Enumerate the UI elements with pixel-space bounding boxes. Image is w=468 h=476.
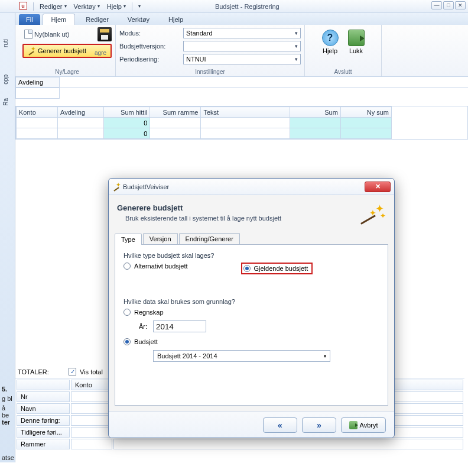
hjelp-button[interactable]: ? Hjelp bbox=[318, 28, 342, 56]
radio-icon bbox=[124, 263, 131, 270]
periodisering-label: Periodisering: bbox=[119, 56, 180, 63]
wizard-panel: Hvilke type budsjett skal lages? Alterna… bbox=[115, 245, 388, 406]
tab-hjem[interactable]: Hjem bbox=[43, 14, 76, 25]
minimize-button[interactable]: — bbox=[431, 1, 442, 9]
radio-budsjett[interactable]: Budsjett bbox=[124, 338, 379, 345]
row-rammer: Rammer bbox=[17, 439, 70, 449]
row-navn: Navn bbox=[17, 403, 70, 414]
ny-blank-button[interactable]: Ny(blank ut) bbox=[22, 29, 71, 40]
ribbon-group-avslutt: ? Hjelp Lukk Avslutt bbox=[305, 25, 382, 76]
col-sum[interactable]: Sum bbox=[290, 107, 340, 118]
lukk-button[interactable]: Lukk bbox=[344, 28, 368, 56]
budget-grid: Konto Avdeling Sum hittil Sum ramme Teks… bbox=[15, 106, 468, 140]
vis-total-checkbox[interactable]: ✓ bbox=[69, 368, 76, 375]
radio-alternativt[interactable]: Alternativt budsjett bbox=[124, 263, 188, 270]
row-tidligere: Tidligere føri... bbox=[17, 427, 70, 438]
file-tab[interactable]: Fil bbox=[19, 14, 40, 25]
col-konto[interactable]: Konto bbox=[17, 107, 58, 118]
wizard-heading: Generere budsjett bbox=[117, 203, 281, 212]
wand-icon bbox=[27, 47, 35, 55]
affordance-wand-icon: ✦✦✦ bbox=[356, 203, 386, 227]
tab-verktoy[interactable]: Verktøy bbox=[119, 14, 158, 25]
menu-verktoy[interactable]: Verktøy▾ bbox=[70, 2, 103, 11]
menu-overflow[interactable]: ▾ bbox=[135, 2, 144, 10]
periodisering-combo[interactable]: NTNUI▾ bbox=[183, 54, 301, 64]
radio-icon bbox=[124, 338, 131, 345]
help-icon: ? bbox=[322, 30, 339, 46]
maximize-button[interactable]: □ bbox=[443, 1, 454, 9]
col-tekst[interactable]: Tekst bbox=[201, 107, 290, 118]
col-sumramme[interactable]: Sum ramme bbox=[150, 107, 201, 118]
ribbon-tabstrip: Fil Hjem Rediger Verktøy Hjelp bbox=[0, 13, 468, 25]
modus-label: Modus: bbox=[119, 30, 180, 37]
lagre-suffix: agre bbox=[95, 50, 106, 56]
gutter-tab-1[interactable]: ruti bbox=[1, 37, 10, 50]
question-2: Hvilke data skal brukes som grunnlag? bbox=[124, 298, 379, 305]
col-sumhittil[interactable]: Sum hittil bbox=[104, 107, 150, 118]
top-menubar: u Rediger▾ Verktøy▾ Hjelp▾ ▾ Budsjett - … bbox=[0, 0, 468, 13]
radio-gjeldende-highlight: Gjeldende budsjett bbox=[241, 263, 313, 274]
gutter-tab-3[interactable]: Ra bbox=[1, 96, 10, 108]
table-row[interactable]: 0 bbox=[17, 118, 392, 128]
dialog-close-button[interactable]: ✕ bbox=[365, 182, 391, 192]
back-button[interactable]: « bbox=[263, 417, 297, 433]
left-margin-text: 5. g bl å be ter atse bbox=[0, 386, 14, 464]
exit-icon bbox=[349, 421, 358, 429]
aar-label: År: bbox=[139, 323, 147, 330]
tab-rediger[interactable]: Rediger bbox=[77, 14, 117, 25]
wizard-tabstrip: Type Versjon Endring/Generer bbox=[115, 233, 388, 245]
col-avdeling[interactable]: Avdeling bbox=[58, 107, 104, 118]
question-1: Hvilke type budsjett skal lages? bbox=[124, 252, 379, 259]
tab-hjelp[interactable]: Hjelp bbox=[160, 14, 191, 25]
wizard-footer: « » Avbryt bbox=[109, 412, 394, 438]
menu-hjelp[interactable]: Hjelp▾ bbox=[103, 2, 129, 11]
app-icon: u bbox=[19, 2, 27, 10]
window-title: Budsjett - Registrering bbox=[215, 3, 280, 10]
row-denne: Denne føring: bbox=[17, 415, 70, 426]
row-nr: Nr bbox=[17, 391, 70, 402]
document-icon bbox=[24, 30, 32, 39]
group-label-nylagre: Ny/Lagre bbox=[22, 67, 112, 75]
avbryt-button[interactable]: Avbryt bbox=[341, 417, 386, 433]
tab-versjon[interactable]: Versjon bbox=[143, 233, 178, 244]
budsjett-combo[interactable]: Budsjett 2014 - 2014▾ bbox=[153, 350, 330, 362]
wand-icon bbox=[112, 183, 121, 191]
totaler-label: TOTALER: bbox=[18, 368, 65, 375]
col-nysum[interactable]: Ny sum bbox=[340, 107, 391, 118]
table-row[interactable]: 0 bbox=[17, 128, 392, 139]
tab-endring[interactable]: Endring/Generer bbox=[179, 233, 240, 244]
group-label-innstillinger: Innstillinger bbox=[119, 67, 301, 75]
dialog-titlebar[interactable]: BudsjettVeiviser ✕ bbox=[109, 179, 394, 195]
radio-icon bbox=[124, 309, 131, 316]
versjon-combo[interactable]: ▾ bbox=[183, 41, 301, 51]
next-button[interactable]: » bbox=[302, 417, 336, 433]
vis-total-label: Vis total bbox=[80, 368, 103, 375]
modus-combo[interactable]: Standard▾ bbox=[183, 28, 301, 38]
ribbon-group-innstillinger: Modus: Standard▾ Budsjettversjon: ▾ Peri… bbox=[116, 25, 305, 76]
save-icon[interactable] bbox=[98, 27, 112, 41]
versjon-label: Budsjettversjon: bbox=[119, 43, 180, 50]
avdeling-input[interactable] bbox=[15, 88, 60, 99]
sum-col-konto[interactable]: Konto bbox=[71, 380, 112, 390]
menu-rediger[interactable]: Rediger▾ bbox=[36, 2, 70, 11]
radio-icon bbox=[243, 265, 251, 272]
close-window-button[interactable]: ✕ bbox=[455, 1, 466, 9]
ribbon: Ny(blank ut) Generer budsjett Ny/Lagre a… bbox=[0, 25, 468, 77]
gutter-tab-2[interactable]: opp bbox=[1, 72, 10, 87]
exit-icon bbox=[348, 30, 365, 46]
tab-type[interactable]: Type bbox=[115, 234, 142, 245]
avdeling-header: Avdeling bbox=[15, 77, 60, 88]
dialog-title: BudsjettVeiviser bbox=[123, 183, 169, 190]
group-label-avslutt: Avslutt bbox=[308, 67, 378, 75]
wizard-subheading: Bruk eksisterende tall i systemet til å … bbox=[125, 215, 281, 222]
radio-gjeldende[interactable]: Gjeldende budsjett bbox=[243, 265, 308, 272]
budsjett-veiviser-dialog: BudsjettVeiviser ✕ Generere budsjett Bru… bbox=[108, 178, 395, 438]
radio-regnskap[interactable]: Regnskap bbox=[124, 309, 379, 316]
aar-input[interactable] bbox=[153, 320, 206, 332]
